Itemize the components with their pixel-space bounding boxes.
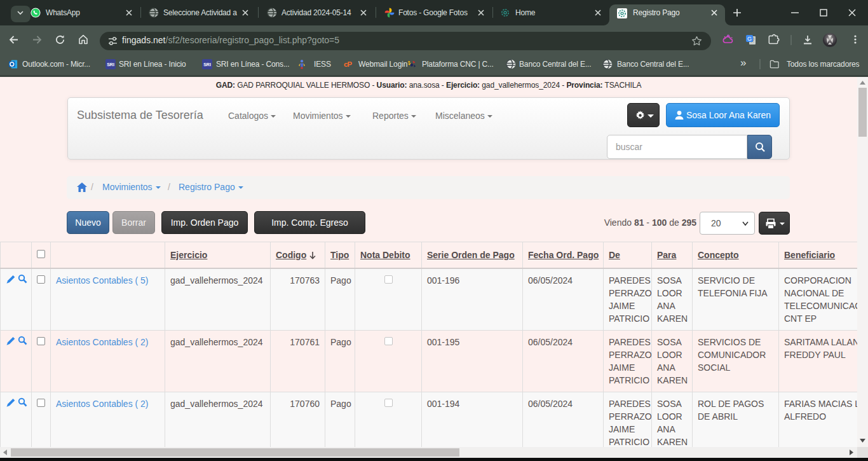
svg-text:G: G [747, 36, 752, 42]
svg-text:P: P [348, 60, 353, 68]
svg-text:SRI: SRI [203, 62, 211, 67]
svg-text:SRI: SRI [107, 62, 114, 67]
